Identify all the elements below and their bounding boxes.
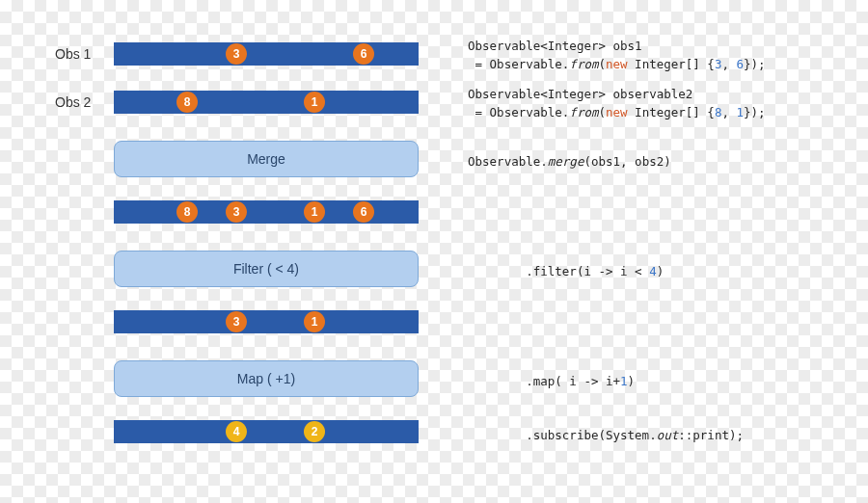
marble-merged-0: 8 [176,201,198,223]
code-obs2: Observable<Integer> observable2 = Observ… [468,85,863,122]
code-number: 1 [620,374,628,388]
marble-obs2-0: 8 [176,92,198,113]
code-text: Integer[] { [628,57,715,71]
code-text: from [569,57,598,71]
operator-map: Map ( +1) [114,360,419,397]
code-text: ( [598,105,606,119]
code-text: ::print); [678,428,744,442]
code-text: Observable<Integer> observable2 [468,87,692,101]
code-text: }); [744,105,766,119]
code-text: from [569,105,598,119]
code-keyword: new [606,105,628,119]
code-text: out [657,428,679,442]
stream-obs2: 8 1 [114,91,419,114]
marble-merged-3: 6 [353,201,374,223]
code-number: 1 [736,105,744,119]
marble-filtered-0: 3 [226,311,247,332]
code-text: }); [744,57,766,71]
code-text: (obs1, obs2) [583,154,670,169]
code-text: Integer[] { [628,105,715,119]
operator-filter: Filter ( < 4) [114,251,419,287]
code-text: , [721,105,736,119]
code-text: = Observable. [468,57,569,71]
code-text: ) [628,374,636,388]
marble-obs1-1: 6 [353,43,374,65]
code-text: merge [548,154,584,169]
obs1-label: Obs 1 [55,46,108,62]
marble-mapped-1: 2 [304,421,325,442]
marble-mapped-0: 4 [226,421,247,442]
code-text: .filter(i -> i < [468,264,649,278]
marble-obs1-0: 3 [226,43,247,65]
obs2-label: Obs 2 [55,94,108,110]
marble-merged-1: 3 [226,201,247,223]
marble-filtered-1: 1 [304,311,325,332]
code-keyword: new [606,57,628,71]
code-text: , [721,57,736,71]
code-filter: .filter(i -> i < 4) [468,262,863,280]
code-map: .map( i -> i+1) [468,372,863,390]
code-obs1: Observable<Integer> obs1 = Observable.fr… [468,37,863,74]
code-text: Observable<Integer> obs1 [468,39,642,53]
code-text: Observable. [468,154,548,169]
code-text: = Observable. [468,105,569,119]
code-number: 6 [736,57,744,71]
stream-filtered: 3 1 [114,310,419,333]
stream-mapped: 4 2 [114,420,419,443]
code-merge: Observable.merge(obs1, obs2) [468,152,863,171]
code-subscribe: .subscribe(System.out::print); [468,426,863,444]
marble-obs2-1: 1 [304,92,325,113]
marble-merged-2: 1 [304,201,325,223]
code-text: .map( i -> i+ [468,374,620,388]
code-text: ( [598,57,606,71]
stream-merged: 8 3 1 6 [114,200,419,224]
code-number: 4 [649,264,657,278]
code-text: .subscribe(System. [468,428,657,442]
code-text: ) [657,264,665,278]
operator-merge: Merge [114,141,419,177]
stream-obs1: 3 6 [114,42,419,66]
